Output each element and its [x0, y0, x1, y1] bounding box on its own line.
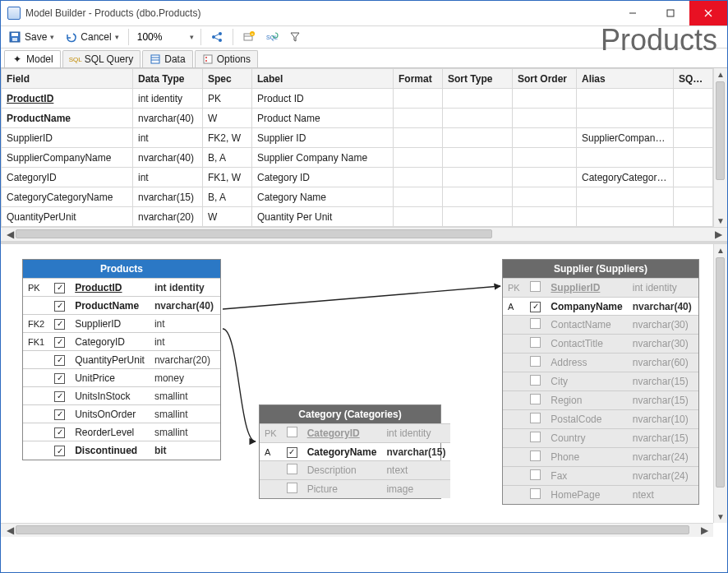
checkbox-cell[interactable] — [49, 315, 70, 333]
field-grid[interactable]: Field Data Type Spec Label Format Sort T… — [1, 68, 713, 227]
zoom-combo[interactable]: ▾ — [134, 30, 196, 44]
checkbox-icon[interactable] — [54, 427, 65, 438]
checkbox-cell[interactable] — [525, 279, 546, 298]
checkbox-cell[interactable] — [49, 297, 70, 315]
grid-cell[interactable]: SupplierCompanyName — [577, 128, 674, 148]
grid-cell[interactable] — [674, 207, 713, 227]
grid-cell[interactable]: B, A — [203, 187, 252, 207]
grid-cell[interactable] — [577, 109, 674, 128]
grid-cell[interactable] — [443, 89, 513, 109]
checkbox-icon[interactable] — [54, 355, 65, 366]
col-label[interactable]: Label — [252, 69, 394, 89]
entity-row[interactable]: QuantityPerUnitnvarchar(20) — [23, 351, 220, 369]
checkbox-cell[interactable] — [525, 391, 546, 410]
checkbox-cell[interactable] — [525, 335, 546, 354]
checkbox-icon[interactable] — [530, 356, 541, 367]
grid-cell[interactable]: Supplier Company Name — [252, 148, 394, 168]
grid-cell[interactable] — [674, 148, 713, 168]
grid-cell[interactable] — [513, 148, 577, 168]
checkbox-icon[interactable] — [287, 447, 297, 458]
save-button[interactable]: Save ▾ — [4, 28, 58, 46]
scrollbar-thumb[interactable] — [16, 229, 492, 238]
zoom-input[interactable] — [136, 31, 188, 43]
grid-vertical-scrollbar[interactable]: ▲ ▼ — [713, 68, 727, 227]
checkbox-icon[interactable] — [530, 469, 541, 480]
grid-cell[interactable]: nvarchar(40) — [133, 148, 203, 168]
checkbox-icon[interactable] — [287, 483, 297, 493]
scroll-up-icon[interactable]: ▲ — [716, 70, 725, 79]
entity-row[interactable]: Pictureimage — [260, 480, 450, 499]
checkbox-icon[interactable] — [530, 281, 541, 292]
grid-cell[interactable]: int identity — [133, 89, 203, 109]
col-sorttype[interactable]: Sort Type — [443, 69, 513, 89]
col-format[interactable]: Format — [394, 69, 443, 89]
entity-row[interactable]: UnitPricemoney — [23, 369, 220, 387]
checkbox-icon[interactable] — [54, 319, 65, 330]
checkbox-icon[interactable] — [530, 302, 541, 312]
canvas-horizontal-scrollbar[interactable]: ◀ ▶ — [1, 523, 713, 537]
entity-row[interactable]: ReorderLevelsmallint — [23, 423, 220, 441]
grid-cell[interactable] — [443, 168, 513, 187]
grid-cell[interactable]: SupplierID — [2, 128, 133, 148]
checkbox-icon[interactable] — [54, 391, 65, 402]
canvas-vertical-scrollbar[interactable]: ▲ ▼ — [713, 244, 727, 523]
checkbox-cell[interactable] — [525, 467, 546, 486]
checkbox-icon[interactable] — [530, 394, 541, 404]
entity-row[interactable]: Countrynvarchar(15) — [503, 429, 698, 448]
scrollbar-thumb[interactable] — [716, 81, 725, 180]
entity-category[interactable]: Category (Categories) PKCategoryIDint id… — [259, 404, 441, 499]
scroll-down-icon[interactable]: ▼ — [716, 216, 725, 225]
grid-cell[interactable]: Product Name — [252, 109, 394, 128]
tab-sql-query[interactable]: SQLSQL Query — [62, 50, 141, 67]
grid-cell[interactable] — [394, 128, 443, 148]
grid-cell[interactable] — [394, 187, 443, 207]
grid-cell[interactable]: nvarchar(40) — [133, 109, 203, 128]
checkbox-cell[interactable] — [49, 441, 70, 460]
entity-row[interactable]: Discontinuedbit — [23, 441, 220, 460]
scroll-down-icon[interactable]: ▼ — [716, 512, 725, 521]
col-alias[interactable]: Alias — [577, 69, 674, 89]
checkbox-cell[interactable] — [525, 486, 546, 505]
checkbox-icon[interactable] — [54, 409, 65, 420]
checkbox-cell[interactable] — [525, 429, 546, 448]
col-spec[interactable]: Spec — [203, 69, 252, 89]
entity-title[interactable]: Products — [23, 260, 220, 278]
checkbox-cell[interactable] — [282, 443, 302, 461]
checkbox-icon[interactable] — [54, 301, 65, 312]
chevron-down-icon[interactable]: ▾ — [190, 33, 194, 41]
scrollbar-thumb[interactable] — [16, 525, 689, 534]
grid-cell[interactable] — [394, 148, 443, 168]
maximize-button[interactable] — [652, 1, 689, 25]
entity-row[interactable]: PostalCodenvarchar(10) — [503, 410, 698, 429]
checkbox-cell[interactable] — [49, 423, 70, 441]
grid-cell[interactable]: CategoryCategoryName — [577, 168, 674, 187]
checkbox-icon[interactable] — [530, 488, 541, 499]
checkbox-cell[interactable] — [525, 298, 546, 316]
grid-cell[interactable] — [443, 207, 513, 227]
grid-cell[interactable]: ProductName — [2, 109, 133, 128]
entity-row[interactable]: UnitsInStocksmallint — [23, 387, 220, 405]
cancel-button[interactable]: Cancel ▾ — [60, 28, 122, 46]
scroll-left-icon[interactable]: ◀ — [4, 229, 16, 240]
grid-cell[interactable] — [513, 207, 577, 227]
entity-row[interactable]: Addressnvarchar(60) — [503, 354, 698, 372]
table-row[interactable]: ProductNamenvarchar(40)WProduct Name — [2, 109, 713, 128]
grid-cell[interactable]: W — [203, 207, 252, 227]
checkbox-cell[interactable] — [525, 410, 546, 429]
entity-supplier[interactable]: Supplier (Suppliers) PKSupplierIDint ide… — [502, 259, 699, 505]
grid-cell[interactable] — [577, 207, 674, 227]
grid-cell[interactable]: Quantity Per Unit — [252, 207, 394, 227]
add-table-button[interactable]: + — [238, 28, 260, 46]
grid-cell[interactable]: W — [203, 109, 252, 128]
grid-cell[interactable] — [577, 89, 674, 109]
grid-cell[interactable] — [394, 109, 443, 128]
entity-row[interactable]: ContactNamenvarchar(30) — [503, 316, 698, 335]
grid-cell[interactable]: CategoryCategoryName — [2, 187, 133, 207]
col-sqlfo[interactable]: SQL Fo — [674, 69, 713, 89]
grid-cell[interactable]: QuantityPerUnit — [2, 207, 133, 227]
scroll-up-icon[interactable]: ▲ — [716, 246, 725, 255]
grid-cell[interactable]: nvarchar(20) — [133, 207, 203, 227]
table-row[interactable]: SupplierCompanyNamenvarchar(40)B, ASuppl… — [2, 148, 713, 168]
grid-cell[interactable] — [513, 89, 577, 109]
grid-cell[interactable] — [443, 128, 513, 148]
